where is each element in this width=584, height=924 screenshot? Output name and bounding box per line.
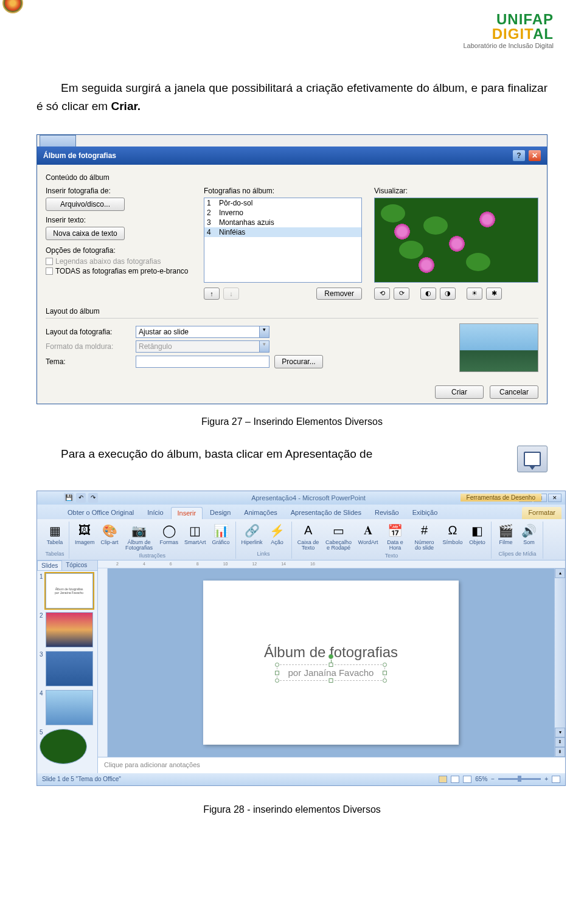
slideshow-icon[interactable]	[517, 446, 548, 472]
rotate-left-icon[interactable]: ⟲	[374, 288, 390, 300]
resize-handle[interactable]	[275, 678, 279, 683]
resize-handle[interactable]	[383, 678, 387, 683]
zoom-slider[interactable]	[498, 778, 541, 780]
checkbox-icon[interactable]	[46, 267, 53, 275]
close-window-icon[interactable]: ✕	[548, 494, 561, 502]
tab-topics-pane[interactable]: Tópicos	[62, 560, 91, 570]
ribbon-item-simbolo[interactable]: ΩSímbolo	[440, 522, 464, 546]
slide-thumbnail[interactable]: 2	[40, 612, 95, 647]
slide-thumbnail[interactable]: 5	[40, 729, 95, 736]
tab-slides-pane[interactable]: Slides	[37, 560, 62, 570]
ribbon-item-smartart[interactable]: ◫SmartArt	[182, 522, 208, 546]
ribbon-item-objeto[interactable]: ◧Objeto	[467, 522, 487, 546]
ribbon-label: Imagem	[75, 540, 95, 545]
contrast-down-icon[interactable]: ◑	[440, 288, 456, 300]
dialog-titlebar[interactable]: Álbum de fotografias ? ✕	[37, 147, 547, 165]
move-up-button[interactable]: ↑	[204, 288, 220, 300]
tab-animacoes[interactable]: Animações	[238, 507, 283, 519]
photos-listbox[interactable]: 1Pôr-do-sol 2Inverno 3Montanhas azuis 4N…	[204, 198, 362, 283]
ribbon-label: Símbolo	[442, 540, 462, 545]
tab-apresentacao[interactable]: Apresentação de Slides	[285, 507, 367, 519]
ribbon-item-wordart[interactable]: 𝐀WordArt	[356, 522, 380, 546]
ribbon-item-data[interactable]: 📅Data e Hora	[382, 522, 408, 551]
subtitle-placeholder[interactable]: por Janaína Favacho	[277, 664, 386, 681]
bw-checkbox[interactable]: TODAS as fotografias em preto-e-branco	[46, 267, 192, 275]
resize-handle[interactable]	[275, 663, 279, 667]
list-item[interactable]: 4Ninféias	[204, 227, 361, 237]
slide-thumbnail[interactable]: 4	[40, 690, 95, 725]
undo-icon[interactable]: ↶	[76, 493, 86, 503]
slide-thumbnail[interactable]: 3	[40, 651, 95, 686]
bw-checkbox-label: TODAS as fotografias em preto-e-branco	[55, 267, 189, 275]
picture-layout-combo[interactable]: Ajustar ao slide ▾	[136, 326, 269, 338]
close-icon[interactable]: ✕	[529, 150, 541, 161]
tab-inserir[interactable]: Inserir	[171, 507, 203, 519]
resize-handle[interactable]	[329, 663, 333, 667]
scroll-down-icon[interactable]: ▾	[555, 728, 565, 737]
ribbon-item-acao[interactable]: ⚡Ação	[267, 522, 288, 546]
ribbon-label: Hiperlink	[242, 540, 263, 545]
zoom-out-icon[interactable]: −	[491, 776, 495, 782]
new-textbox-button[interactable]: Nova caixa de texto	[46, 227, 125, 240]
ribbon-item-grafico[interactable]: 📊Gráfico	[210, 522, 232, 546]
ribbon-item-imagem[interactable]: 🖼Imagem	[73, 522, 97, 546]
tab-revisao[interactable]: Revisão	[369, 507, 405, 519]
ribbon-item-cabecalho[interactable]: ▭Cabeçalho e Rodapé	[324, 522, 354, 551]
captions-checkbox-label: Legendas abaixo das fotografias	[55, 257, 161, 266]
rotate-handle-icon[interactable]	[328, 654, 333, 659]
resize-handle[interactable]	[275, 671, 279, 675]
file-disk-button[interactable]: Arquivo/disco...	[46, 198, 125, 211]
tab-inicio[interactable]: Início	[141, 507, 169, 519]
ribbon-item-som[interactable]: 🔊Som	[518, 522, 539, 546]
office-button-icon[interactable]	[2, 0, 23, 13]
resize-handle[interactable]	[329, 678, 333, 683]
tab-design[interactable]: Design	[204, 507, 237, 519]
list-item[interactable]: 2Inverno	[204, 208, 361, 218]
next-slide-icon[interactable]: ⇟	[555, 747, 565, 757]
ribbon-item-clipart[interactable]: 🎨Clip-art	[99, 522, 120, 546]
brightness-down-icon[interactable]: ✱	[486, 288, 502, 300]
chevron-down-icon[interactable]: ▾	[259, 326, 269, 337]
sorter-view-icon[interactable]	[451, 776, 459, 783]
list-item[interactable]: 1Pôr-do-sol	[204, 198, 361, 208]
zoom-level: 65%	[475, 776, 487, 782]
tab-exibicao[interactable]: Exibição	[406, 507, 444, 519]
ribbon-item-formas[interactable]: ◯Formas	[158, 522, 181, 546]
browse-theme-button[interactable]: Procurar...	[274, 355, 323, 368]
layout-thumbnail	[459, 323, 538, 372]
create-button[interactable]: Criar	[435, 385, 484, 399]
tab-formatar[interactable]: Formatar	[522, 507, 561, 519]
ribbon-item-numero[interactable]: #Número do slide	[410, 522, 438, 551]
slideshow-view-icon[interactable]	[463, 776, 471, 783]
ppt-titlebar[interactable]: 💾 ↶ ↷ Apresentação4 - Microsoft PowerPoi…	[37, 491, 565, 505]
brightness-up-icon[interactable]: ☀	[467, 288, 482, 300]
remove-button[interactable]: Remover	[316, 288, 362, 300]
ribbon-item-filme[interactable]: 🎬Filme	[495, 522, 516, 546]
fit-window-icon[interactable]	[552, 776, 560, 783]
rotate-right-icon[interactable]: ⟳	[394, 288, 409, 300]
normal-view-icon[interactable]	[439, 776, 447, 783]
ribbon-item-tabela[interactable]: ▦Tabela	[44, 522, 65, 546]
theme-input[interactable]	[136, 356, 269, 368]
contrast-up-icon[interactable]: ◐	[420, 288, 436, 300]
ribbon-item-hiperlink[interactable]: 🔗Hiperlink	[240, 522, 265, 546]
tab-office-original[interactable]: Obter o Office Original	[61, 507, 140, 519]
vertical-scrollbar[interactable]: ▴ ▾ ⇞ ⇟	[554, 568, 565, 757]
prev-slide-icon[interactable]: ⇞	[555, 737, 565, 747]
help-icon[interactable]: ?	[513, 150, 525, 161]
ribbon-item-album[interactable]: 📷Álbum de Fotografias	[123, 522, 156, 551]
save-icon[interactable]: 💾	[64, 493, 74, 503]
resize-handle[interactable]	[383, 671, 387, 675]
slide-thumbnail[interactable]: 1Álbum de fotografiaspor Janaína Favacho	[40, 573, 95, 609]
ribbon-item-caixatexto[interactable]: ACaixa de Texto	[296, 522, 321, 551]
notes-area[interactable]: Clique para adicionar anotações	[98, 757, 565, 773]
list-item[interactable]: 3Montanhas azuis	[204, 218, 361, 227]
slide-canvas[interactable]: Álbum de fotografias	[108, 568, 554, 757]
redo-icon[interactable]: ↷	[88, 493, 98, 503]
zoom-in-icon[interactable]: +	[544, 776, 548, 782]
resize-handle[interactable]	[383, 663, 387, 667]
thumb-num: 1	[40, 573, 43, 609]
current-slide[interactable]: Álbum de fotografias	[203, 581, 459, 745]
cancel-button[interactable]: Cancelar	[490, 385, 538, 399]
scroll-up-icon[interactable]: ▴	[555, 568, 565, 578]
